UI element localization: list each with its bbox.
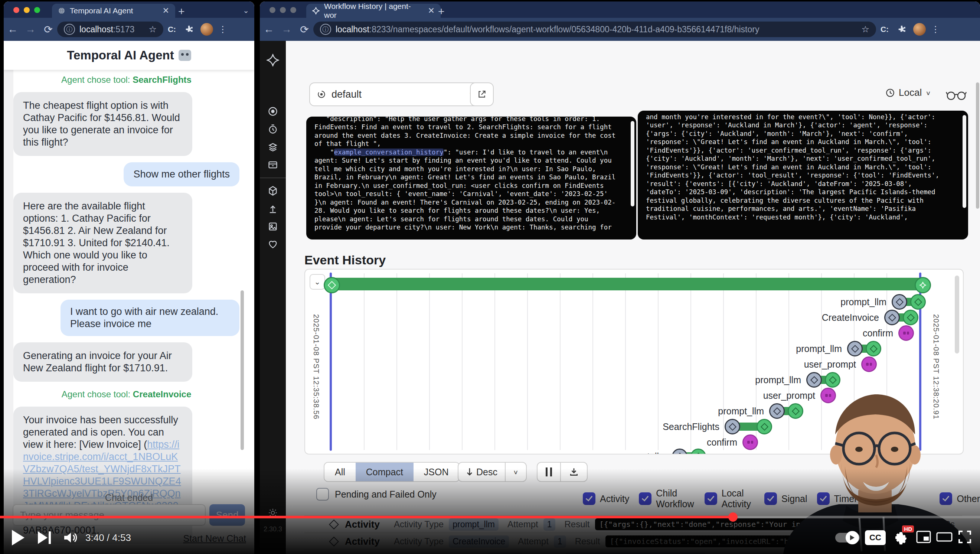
event-type-filter-checkbox[interactable]: Other (940, 492, 980, 505)
workflows-nav-icon[interactable] (260, 102, 286, 120)
captions-button[interactable]: CC (865, 530, 886, 545)
miniplayer-button[interactable] (916, 531, 931, 545)
event-type-filter-checkbox[interactable]: Local Activity (705, 488, 755, 509)
timeline-event-row[interactable]: SearchFlights (663, 419, 772, 435)
fullscreen-button[interactable] (958, 530, 972, 546)
import-nav-icon[interactable] (260, 200, 286, 218)
code-scrollbar[interactable] (631, 121, 635, 207)
new-tab-button[interactable]: + (178, 5, 185, 18)
close-window-button[interactable] (13, 7, 19, 13)
workflow-start-icon[interactable] (324, 277, 340, 293)
back-button[interactable]: ← (260, 23, 278, 35)
back-button[interactable]: ← (4, 23, 22, 35)
play-button[interactable] (5, 527, 31, 549)
conversation-history-code-panel[interactable]: and month you're interested in for the e… (638, 111, 968, 239)
temporal-logo-icon[interactable] (260, 51, 286, 69)
page-scrollbar[interactable] (976, 83, 979, 209)
timeline-event-icon[interactable] (672, 449, 706, 454)
bookmark-star-icon[interactable]: ☆ (148, 24, 157, 35)
window-controls[interactable] (269, 7, 296, 13)
labs-nav-icon[interactable] (260, 218, 286, 236)
reload-button[interactable]: ⟳ (296, 23, 313, 36)
timeline-event-row[interactable]: user_prompt (763, 388, 836, 403)
timeline-event-row[interactable]: prompt_llm (840, 294, 926, 310)
address-bar[interactable]: ⓘ localhost:8233/namespaces/default/work… (313, 22, 876, 37)
minimize-window-button[interactable] (24, 7, 30, 13)
event-type-filter-checkbox[interactable]: Child Workflow (639, 488, 695, 509)
workflow-end-icon[interactable] (915, 277, 931, 293)
pause-button[interactable] (538, 463, 560, 481)
timezone-selector[interactable]: Local ∨ (885, 87, 931, 99)
timeline-event-row[interactable]: confirm (707, 435, 758, 450)
data-encoder-glasses-icon[interactable] (946, 87, 967, 103)
timeline-event-row[interactable]: prompt_llm (796, 341, 881, 357)
timeline-event-row[interactable]: prompt_llm (718, 403, 803, 419)
tab-close-icon[interactable]: ✕ (162, 6, 169, 16)
namespaces-nav-icon[interactable] (260, 182, 286, 200)
event-type-filter-checkbox[interactable]: Timer (817, 492, 858, 505)
view-mode-button[interactable]: JSON (414, 463, 459, 481)
namespace-selector[interactable]: default ∨ (309, 83, 482, 106)
extension-icon[interactable]: C: (876, 25, 893, 34)
browser-menu-icon[interactable]: ⋮ (929, 24, 942, 35)
theme-toggle-sun-icon[interactable] (260, 504, 286, 522)
agent-goal-code-panel[interactable]: "description": "Help the user gather arg… (306, 116, 636, 239)
forward-button[interactable]: → (22, 23, 39, 35)
timeline-event-icon[interactable] (892, 294, 926, 310)
workflow-execution-bar[interactable] (331, 278, 922, 290)
timeline-event-icon[interactable] (884, 310, 918, 325)
zoom-window-button[interactable] (34, 7, 40, 13)
timeline-collapse-button[interactable]: ⌄ (310, 274, 325, 290)
extensions-puzzle-icon[interactable] (893, 24, 910, 34)
window-controls[interactable] (13, 7, 40, 13)
next-video-button[interactable] (31, 527, 57, 549)
event-type-filter-checkbox[interactable]: Activity (583, 492, 629, 505)
video-scrubber-handle[interactable] (728, 513, 738, 522)
schedules-nav-icon[interactable] (260, 120, 286, 138)
chat-scrollbar[interactable] (240, 290, 244, 450)
sort-order-control[interactable]: Desc ∨ (458, 462, 527, 482)
timeline-event-icon[interactable] (898, 325, 914, 341)
timeline-event-icon[interactable] (743, 435, 758, 450)
timeline-event-icon[interactable] (861, 357, 877, 372)
settings-button[interactable]: HD (891, 528, 911, 548)
code-scrollbar[interactable] (963, 115, 966, 208)
feedback-heart-icon[interactable] (260, 236, 286, 253)
timeline-event-row[interactable]: CreateInvoice (822, 310, 918, 325)
profile-avatar[interactable] (200, 23, 213, 36)
timeline-event-icon[interactable] (847, 341, 881, 357)
autoplay-toggle[interactable] (835, 533, 860, 543)
timeline-event-row[interactable]: prompt_llm (755, 372, 840, 388)
site-info-icon[interactable]: ⓘ (320, 24, 331, 35)
task-queues-nav-icon[interactable] (260, 138, 286, 156)
new-tab-button[interactable]: + (438, 5, 445, 18)
close-window-button[interactable] (269, 7, 275, 13)
timeline-event-row[interactable]: confirm (863, 325, 914, 341)
zoom-window-button[interactable] (290, 7, 296, 13)
timeline-event-icon[interactable] (820, 388, 836, 403)
extensions-puzzle-icon[interactable] (180, 24, 197, 34)
site-info-icon[interactable]: ⓘ (64, 24, 75, 35)
timeline-scrollbar[interactable] (955, 275, 959, 353)
tab-close-icon[interactable]: ✕ (428, 6, 435, 16)
batch-operations-nav-icon[interactable] (260, 156, 286, 174)
tab-search-chevron-icon[interactable]: ⌄ (243, 6, 249, 15)
reload-button[interactable]: ⟳ (39, 23, 57, 36)
tab-workflow-history[interactable]: Workflow History | agent-wor ✕ (306, 4, 441, 18)
theater-mode-button[interactable] (936, 531, 953, 545)
timeline-event-icon[interactable] (806, 372, 840, 388)
download-history-button[interactable] (561, 463, 587, 481)
profile-avatar[interactable] (913, 23, 926, 36)
open-external-button[interactable] (470, 83, 494, 106)
timeline-event-row[interactable]: user_prompt (804, 357, 877, 372)
event-type-filter-checkbox[interactable]: Signal (764, 492, 807, 505)
timeline-event-icon[interactable] (725, 419, 772, 435)
chat-message-list[interactable]: Agent chose tool: SearchFlights The chea… (13, 73, 239, 544)
browser-menu-icon[interactable]: ⋮ (216, 24, 229, 35)
extension-icon[interactable]: C: (163, 25, 180, 34)
timeline-event-icon[interactable] (769, 403, 803, 419)
timeline-event-row[interactable]: prompt_llm (620, 449, 706, 454)
minimize-window-button[interactable] (280, 7, 286, 13)
tab-temporal-ai-agent[interactable]: Temporal AI Agent ✕ (52, 4, 175, 18)
view-mode-button[interactable]: Compact (356, 463, 414, 481)
